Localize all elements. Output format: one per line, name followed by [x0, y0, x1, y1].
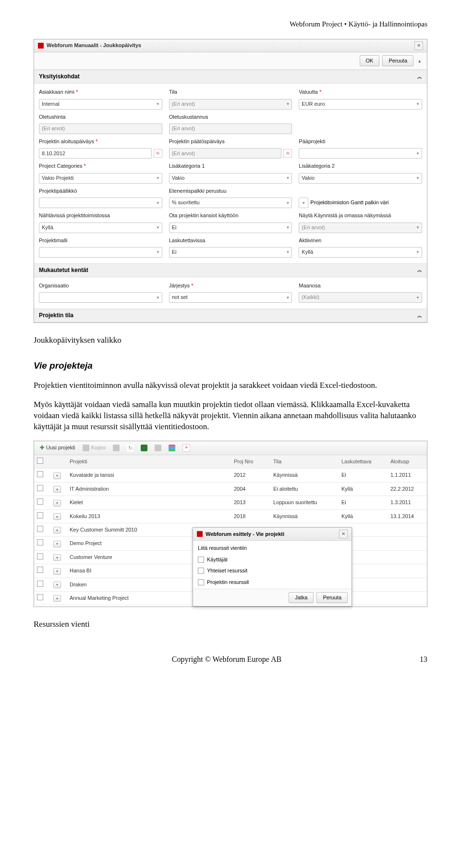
expand-icon[interactable]: ▾ [53, 582, 61, 588]
aktiivinen-select[interactable]: Kyllä▼ [299, 247, 422, 258]
row-checkbox[interactable] [37, 471, 43, 477]
paaprojekti-select[interactable]: ▼ [299, 148, 422, 159]
oletushinta-input[interactable]: (Eri arvot) [39, 124, 162, 134]
chevron-down-icon: ▼ [286, 249, 290, 255]
cell-tila: Käynnissä [270, 469, 339, 482]
popup-subtitle: Liitä resurssit vientiin [198, 544, 347, 554]
tool-icon [155, 445, 161, 451]
col-laskutettava[interactable]: Laskutettava [339, 455, 388, 469]
start-date-input[interactable]: 8.10.2012 [39, 148, 152, 159]
cell-lask: Kyllä [339, 482, 388, 496]
section-title: Mukautetut kentät [39, 266, 88, 274]
opt-shared: Yhteiset resurssit [207, 567, 247, 574]
expand-icon[interactable]: ▾ [53, 486, 61, 493]
checkbox-users[interactable] [198, 557, 204, 563]
col-projekti[interactable]: Projekti [67, 455, 231, 469]
etenemispalkki-select[interactable]: % suoritettu▼ [169, 198, 292, 208]
chevron-down-icon: ▼ [416, 175, 420, 181]
table-row[interactable]: ▾Kokeilu 20132018KäynnissäKyllä13.1.2014 [34, 509, 427, 523]
chevron-down-icon: ▼ [416, 151, 420, 156]
close-icon[interactable]: ✕ [339, 530, 348, 538]
checkbox-shared[interactable] [198, 568, 204, 574]
naytakaynnista-select[interactable]: (Eri arvot)▼ [299, 223, 422, 233]
label-lisakat1: Lisäkategoria 1 [169, 161, 292, 170]
cancel-button[interactable]: Peruuta [316, 592, 348, 603]
toolbar-btn-a[interactable] [152, 444, 164, 452]
laskutettavissa-select[interactable]: Ei▼ [169, 247, 292, 258]
palette-icon [169, 445, 175, 451]
chevron-down-icon: ▼ [156, 101, 160, 107]
maanosa-select[interactable]: (Kaikki)▼ [299, 292, 422, 303]
col-tila[interactable]: Tila [270, 455, 339, 469]
expand-icon[interactable]: ▾ [53, 541, 61, 547]
otakansiot-select[interactable]: Ei▼ [169, 223, 292, 233]
tila-select[interactable]: (Eri arvot)▼ [169, 99, 292, 110]
nahtavissa-select[interactable]: Kyllä▼ [39, 223, 162, 233]
row-checkbox[interactable] [37, 539, 43, 546]
lisakat2-select[interactable]: Vakio▼ [299, 173, 422, 184]
table-row[interactable]: ▾Kuvataide ja tanssi2012KäynnissäEi1.1.2… [34, 469, 427, 482]
row-checkbox[interactable] [37, 526, 43, 532]
expand-icon[interactable]: ▾ [53, 568, 61, 575]
organisaatio-select[interactable]: ▼ [39, 292, 162, 303]
oletuskustannus-input[interactable]: (Eri arvot) [169, 124, 292, 134]
export-excel-button[interactable] [138, 444, 150, 452]
row-checkbox[interactable] [37, 485, 43, 491]
section-header-custom[interactable]: Mukautetut kentät ︽ [34, 263, 427, 277]
edit-button[interactable] [110, 444, 122, 452]
opt-project-res: Projektin resurssit [207, 579, 249, 586]
expand-icon[interactable]: ▾ [53, 472, 61, 479]
cell-num: 2018 [231, 509, 270, 523]
gantt-color-picker[interactable]: ▼ [299, 198, 308, 208]
label-laskutettavissa: Laskutettavissa [169, 236, 292, 244]
row-checkbox[interactable] [37, 512, 43, 519]
col-projnro[interactable]: Proj Nro [231, 455, 270, 469]
expand-icon[interactable]: ▾ [53, 595, 61, 602]
section-header-status[interactable]: Projektin tila ︽ [34, 309, 427, 322]
lisakat1-select[interactable]: Vakio▼ [169, 173, 292, 184]
new-project-button[interactable]: ✚Uusi projekti [37, 443, 78, 452]
expand-icon[interactable]: ▾ [53, 554, 61, 561]
scroll-up-icon[interactable]: ▴ [416, 55, 423, 66]
table-row[interactable]: ▾Kielet2013Loppuun suoritettuEi1.3.2011 [34, 496, 427, 509]
row-checkbox[interactable] [37, 567, 43, 573]
calendar-icon[interactable]: 31 [283, 149, 292, 158]
close-icon[interactable]: ✕ [414, 41, 423, 50]
ok-button[interactable]: OK [360, 55, 380, 66]
table-row[interactable]: ▾IT Administration2004Ei aloitettuKyllä2… [34, 482, 427, 496]
expand-icon[interactable]: ▾ [53, 527, 61, 533]
jarjestys-select[interactable]: not set▼ [169, 292, 292, 303]
projektimalli-select[interactable]: ▼ [39, 247, 162, 258]
chevron-down-icon: ▼ [416, 225, 420, 230]
checkbox-project-res[interactable] [198, 579, 204, 585]
calendar-icon[interactable]: 31 [154, 149, 162, 158]
row-checkbox[interactable] [37, 498, 43, 505]
pencil-icon [113, 445, 120, 451]
refresh-button[interactable] [124, 444, 136, 452]
select-all-checkbox[interactable] [37, 458, 43, 464]
heading-vie-projekteja: Vie projekteja [34, 360, 427, 372]
continue-button[interactable]: Jatka [289, 592, 314, 603]
categories-select[interactable]: Vakio Projekti▼ [39, 173, 162, 184]
expand-icon[interactable]: ▾ [53, 513, 61, 520]
cancel-button[interactable]: Peruuta [382, 55, 413, 66]
plus-icon: ✚ [40, 444, 44, 451]
toolbar-btn-sort[interactable] [180, 443, 193, 453]
valuutta-select[interactable]: EUR euro▼ [299, 99, 422, 110]
excel-icon [141, 445, 147, 451]
copy-button[interactable]: Kopioi [80, 443, 109, 452]
cell-num: 2013 [231, 496, 270, 509]
label-oletushinta: Oletushinta [39, 112, 162, 121]
export-popup: Webforum esittely - Vie projekti ✕ Liitä… [193, 527, 352, 607]
customer-name-select[interactable]: Internal▼ [39, 99, 162, 110]
projektipaallikko-select[interactable]: ▼ [39, 198, 162, 208]
col-aloitus[interactable]: Aloitusp [388, 455, 427, 469]
row-checkbox[interactable] [37, 581, 43, 587]
row-checkbox[interactable] [37, 594, 43, 600]
toolbar-btn-colors[interactable] [166, 444, 178, 452]
row-checkbox[interactable] [37, 553, 43, 559]
end-date-input[interactable]: (Eri arvot) [169, 148, 282, 159]
section-header-details[interactable]: Yksityiskohdat ︽ [34, 70, 427, 84]
expand-icon[interactable]: ▾ [53, 500, 61, 507]
chevron-down-icon: ▼ [416, 249, 420, 255]
